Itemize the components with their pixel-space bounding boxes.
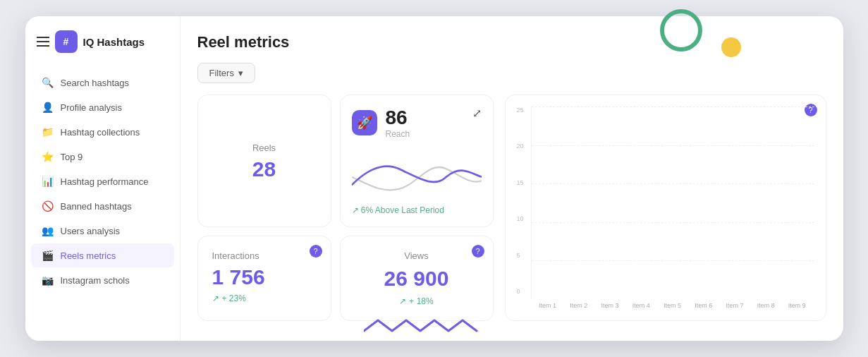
- bar-label-1: Item 2: [565, 302, 593, 309]
- sidebar-item-banned-hashtags[interactable]: 🚫 Banned hashtags: [31, 194, 174, 218]
- logo-text: IQ Hashtags: [83, 36, 145, 48]
- reach-header: 🚀 86 Reach: [352, 107, 482, 139]
- bottom-wave: [364, 310, 505, 341]
- bar-label-7: Item 8: [752, 302, 780, 309]
- collections-icon: 📁: [42, 126, 54, 138]
- users-icon: 👥: [42, 225, 54, 236]
- chevron-down-icon: ▾: [238, 68, 243, 78]
- hamburger-icon[interactable]: [37, 37, 49, 47]
- sidebar: # IQ Hashtags 🔍 Search hashtags 👤 Profil…: [25, 16, 181, 341]
- reach-label: Reach: [386, 129, 410, 139]
- reels-icon: 🎬: [42, 250, 54, 261]
- sidebar-item-hashtag-performance[interactable]: 📊 Hashtag performance: [31, 169, 174, 193]
- interactions-value: 1 756: [212, 267, 317, 288]
- reach-chart: [352, 145, 482, 201]
- views-change: ↗ + 18%: [399, 296, 433, 306]
- views-label: Views: [404, 250, 428, 261]
- y-label-0: 0: [517, 288, 527, 295]
- sidebar-logo: # IQ Hashtags: [25, 30, 180, 70]
- interactions-card: ? Interactions 1 756 ↗ + 23%: [197, 236, 331, 321]
- arrow-up-icon-views: ↗: [399, 296, 406, 306]
- deco-circle-green: [660, 9, 702, 52]
- sidebar-item-users-analysis[interactable]: 👥 Users analysis: [31, 219, 174, 243]
- bar-label-5: Item 6: [690, 302, 718, 309]
- y-label-20: 20: [517, 143, 527, 150]
- y-label-10: 10: [517, 215, 527, 222]
- left-metrics: Reels 28 🚀 86 Reach: [197, 95, 494, 321]
- reach-icon-badge: 🚀: [352, 110, 377, 135]
- views-value: 26 900: [384, 267, 449, 291]
- filters-bar: Filters ▾: [197, 63, 826, 83]
- deco-circle-yellow: [721, 37, 741, 57]
- bar-label-8: Item 9: [783, 302, 811, 309]
- banned-icon: 🚫: [42, 200, 54, 212]
- reach-value: 86: [386, 107, 410, 129]
- bar-label-2: Item 3: [596, 302, 624, 309]
- y-label-25: 25: [517, 107, 527, 114]
- interactions-question: ?: [310, 245, 322, 258]
- reels-value: 28: [252, 159, 276, 180]
- main-content: Reel metrics Filters ▾ Reels 28: [181, 16, 843, 341]
- sidebar-item-top-9[interactable]: ⭐ Top 9: [31, 145, 174, 169]
- expand-icon[interactable]: ⤢: [472, 107, 482, 120]
- reach-change: ↗ 6% Above Last Period: [352, 205, 482, 215]
- instagram-icon: 📷: [42, 274, 54, 286]
- star-icon: ⭐: [42, 151, 54, 162]
- interactions-change: ↗ + 23%: [212, 294, 317, 303]
- y-label-5: 5: [517, 252, 527, 259]
- views-card: ? Views 26 900 ↗ + 18%: [340, 236, 494, 321]
- filters-button[interactable]: Filters ▾: [197, 63, 255, 83]
- bar-label-4: Item 5: [658, 302, 686, 309]
- bar-label-6: Item 7: [721, 302, 749, 309]
- y-label-15: 15: [517, 179, 527, 186]
- views-question: ?: [472, 245, 484, 258]
- bottom-row: ? Interactions 1 756 ↗ + 23% ? Views: [197, 236, 494, 321]
- reach-card: 🚀 86 Reach ⤢: [340, 95, 494, 227]
- profile-icon: 👤: [42, 102, 54, 113]
- bar-label-3: Item 4: [627, 302, 655, 309]
- performance-icon: 📊: [42, 176, 54, 187]
- app-container: # IQ Hashtags 🔍 Search hashtags 👤 Profil…: [25, 16, 843, 341]
- search-icon: 🔍: [42, 77, 54, 88]
- sidebar-nav: 🔍 Search hashtags 👤 Profile analysis 📁 H…: [25, 71, 180, 292]
- bar-label-0: Item 1: [534, 302, 562, 309]
- arrow-up-icon: ↗: [212, 294, 219, 303]
- reels-label: Reels: [252, 143, 276, 153]
- sidebar-item-profile-analysis[interactable]: 👤 Profile analysis: [31, 95, 174, 119]
- top-row: Reels 28 🚀 86 Reach: [197, 95, 494, 227]
- content-layout: Reels 28 🚀 86 Reach: [197, 95, 826, 321]
- bar-chart-panel: ? 25 20 15 10 5 0: [505, 95, 826, 321]
- sidebar-item-reels-metrics[interactable]: 🎬 Reels metrics: [31, 243, 174, 267]
- interactions-label: Interactions: [212, 250, 317, 261]
- sidebar-item-search-hashtags[interactable]: 🔍 Search hashtags: [31, 71, 174, 95]
- sidebar-item-instagram-schols[interactable]: 📷 Instagram schols: [31, 268, 174, 292]
- sidebar-item-hashtag-collections[interactable]: 📁 Hashtag collections: [31, 120, 174, 144]
- logo-badge: #: [55, 30, 78, 53]
- reels-card: Reels 28: [197, 95, 331, 227]
